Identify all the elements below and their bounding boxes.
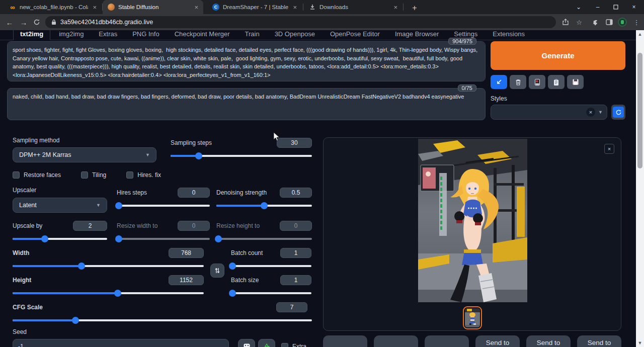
apply-style-button[interactable]	[548, 75, 565, 89]
side-panel-icon[interactable]	[604, 17, 615, 27]
reload-icon[interactable]	[31, 17, 42, 28]
share-icon[interactable]	[560, 17, 571, 27]
gallery-close-button[interactable]: ×	[604, 144, 614, 154]
tab-openpose-editor[interactable]: OpenPose Editor	[324, 30, 386, 40]
batch-count-value[interactable]: 1	[280, 248, 311, 258]
upscale-by-slider[interactable]	[13, 238, 107, 240]
negative-prompt-input[interactable]: naked, child, bad hand, bad draw, bad dr…	[7, 88, 486, 120]
tiling-checkbox[interactable]: Tiling	[81, 171, 106, 179]
page-scrollbar[interactable]: ▲ ▼	[636, 30, 644, 347]
sampling-steps-value[interactable]: 30	[277, 138, 312, 148]
checkbox-icon[interactable]	[81, 171, 88, 179]
send-to-extras-button[interactable]: Send to	[577, 335, 621, 347]
batch-count-slider[interactable]	[231, 265, 311, 267]
extra-seed-checkbox[interactable]: Extra	[281, 343, 306, 347]
height-slider[interactable]	[13, 292, 204, 294]
extra-networks-button[interactable]	[529, 75, 545, 89]
hires-steps-slider[interactable]	[117, 205, 210, 207]
hires-steps-value[interactable]: 0	[178, 188, 210, 198]
forward-icon[interactable]: →	[18, 17, 29, 28]
tab-close-icon[interactable]: ×	[193, 4, 199, 11]
random-seed-button[interactable]	[238, 339, 255, 347]
gallery-panel: ×	[323, 137, 621, 331]
bookmark-star-icon[interactable]: ☆	[574, 17, 585, 27]
browser-tab-colab[interactable]: ∞ new_colab_file.ipynb - Colaborat ×	[4, 0, 102, 14]
styles-dropdown[interactable]: × ▼	[491, 105, 607, 120]
cfg-scale-slider[interactable]	[13, 319, 312, 321]
styles-label: Styles	[491, 95, 625, 102]
browser-menu-icon[interactable]: ⋮	[631, 17, 642, 27]
restore-faces-checkbox[interactable]: Restore faces	[13, 171, 61, 179]
send-to-inpaint-button[interactable]: Send to	[526, 335, 571, 347]
window-close-button[interactable]: ×	[625, 0, 643, 14]
checkbox-icon[interactable]	[13, 171, 20, 179]
back-icon[interactable]: ←	[4, 17, 15, 28]
upscale-by-value[interactable]: 2	[73, 221, 107, 231]
save-style-button[interactable]	[567, 75, 584, 89]
batch-size-value[interactable]: 1	[280, 275, 311, 285]
profile-avatar[interactable]	[617, 17, 628, 27]
tab-close-icon[interactable]: ×	[92, 4, 98, 11]
width-slider[interactable]	[13, 265, 204, 267]
extra-label: Extra	[292, 343, 306, 347]
tab-close-icon[interactable]: ×	[292, 4, 298, 11]
address-bar[interactable]: 3a59ec42041dbb46cb.gradio.live	[45, 16, 556, 28]
batch-size-label: Batch size	[231, 277, 259, 284]
tab-search-chevron-icon[interactable]: ⌄	[570, 0, 588, 14]
sampling-steps-slider[interactable]	[171, 155, 312, 157]
checkbox-icon[interactable]	[281, 343, 288, 347]
recycle-icon	[263, 343, 271, 347]
refresh-styles-button[interactable]	[611, 105, 625, 120]
gallery-thumbnail[interactable]	[463, 306, 482, 329]
tab-image-browser[interactable]: Image Browser	[388, 30, 445, 40]
seed-input[interactable]	[13, 339, 229, 347]
tab-train[interactable]: Train	[238, 30, 266, 40]
height-value[interactable]: 1152	[169, 275, 204, 285]
cfg-scale-label: CFG Scale	[13, 304, 43, 311]
cfg-scale-value[interactable]: 7	[276, 302, 307, 312]
gallery-button-2[interactable]	[374, 335, 418, 347]
browser-tab-dreamshaper[interactable]: C DreamShaper - 7 | Stable Diffusio ×	[207, 0, 302, 14]
tab-extras[interactable]: Extras	[92, 30, 124, 40]
window-minimize-button[interactable]: –	[589, 0, 607, 14]
paste-parameters-button[interactable]	[491, 75, 507, 89]
clear-styles-icon[interactable]: ×	[586, 108, 595, 117]
width-value[interactable]: 768	[169, 248, 204, 258]
generated-image-content	[418, 139, 527, 302]
extensions-puzzle-icon[interactable]	[590, 17, 601, 27]
new-tab-button[interactable]: +	[409, 2, 421, 14]
tab-txt2img[interactable]: txt2img	[13, 30, 50, 40]
send-to-img2img-button[interactable]: Send to	[475, 335, 520, 347]
scrollbar-thumb[interactable]	[637, 53, 642, 168]
clear-prompt-button[interactable]	[510, 75, 526, 89]
tab-img2img[interactable]: img2img	[52, 30, 90, 40]
generated-image[interactable]	[418, 139, 527, 302]
tab-3d-openpose[interactable]: 3D Openpose	[268, 30, 321, 40]
browser-tab-downloads[interactable]: Downloads ×	[304, 0, 403, 14]
reuse-seed-button[interactable]	[258, 339, 275, 347]
window-maximize-button[interactable]	[607, 0, 625, 14]
generate-button[interactable]: Generate	[491, 41, 625, 70]
swap-dimensions-button[interactable]	[210, 264, 224, 278]
hires-fix-checkbox[interactable]: Hires. fix	[126, 171, 161, 179]
scroll-down-icon[interactable]: ▼	[636, 339, 644, 347]
arrow-down-left-icon	[496, 78, 503, 85]
tab-checkpoint-merger[interactable]: Checkpoint Merger	[168, 30, 236, 40]
scroll-up-icon[interactable]: ▲	[636, 30, 644, 38]
tab-title: Downloads	[319, 4, 389, 10]
tab-close-icon[interactable]: ×	[392, 4, 398, 11]
batch-size-slider[interactable]	[231, 292, 311, 294]
sampling-method-dropdown[interactable]: DPM++ 2M Karras ▼	[13, 147, 156, 162]
denoising-strength-slider[interactable]	[216, 205, 312, 207]
browser-tab-stable-diffusion[interactable]: Stable Diffusion ×	[103, 0, 203, 14]
resize-height-value: 0	[280, 221, 312, 231]
denoising-strength-value[interactable]: 0.5	[280, 188, 312, 198]
tab-extensions[interactable]: Extensions	[486, 30, 531, 40]
gallery-button-3[interactable]	[425, 335, 469, 347]
card-icon	[534, 78, 541, 86]
prompt-input[interactable]: sport shoes, fighter, fight, fight Glove…	[7, 41, 486, 81]
upscaler-dropdown[interactable]: Latent ▼	[13, 198, 107, 213]
checkbox-icon[interactable]	[126, 171, 133, 179]
gallery-button-1[interactable]	[323, 335, 367, 347]
tab-png-info[interactable]: PNG Info	[126, 30, 166, 40]
